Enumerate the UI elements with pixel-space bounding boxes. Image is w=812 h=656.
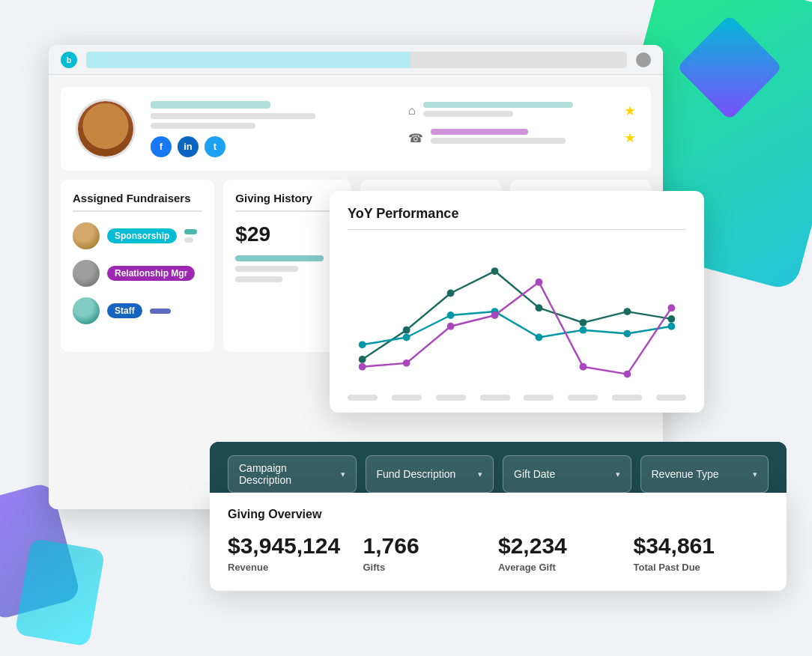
fund-description-label: Fund Description: [377, 468, 456, 480]
assigned-fundraisers-card: Assigned Fundraisers Sponsorship Relatio…: [61, 180, 214, 352]
stat-gifts-value: 1,766: [363, 533, 499, 559]
svg-point-2: [447, 290, 455, 297]
giving-bar-1: [235, 255, 324, 261]
campaign-description-arrow: ▾: [341, 470, 345, 479]
gift-date-dropdown[interactable]: Gift Date ▾: [503, 455, 631, 493]
gift-date-arrow: ▾: [616, 470, 620, 479]
fundraiser-avatar-2: [73, 260, 100, 287]
yoy-performance-panel: YoY Performance: [330, 191, 704, 413]
revenue-type-label: Revenue Type: [652, 468, 719, 480]
stat-total-past-due-value: $34,861: [634, 533, 769, 559]
contact-bar-4: [431, 138, 566, 144]
badge-staff: Staff: [107, 303, 142, 318]
facebook-icon[interactable]: f: [151, 136, 172, 157]
contact-row-phone: ☎ ★: [408, 129, 636, 147]
stat-total-past-due-label: Total Past Due: [634, 562, 769, 573]
star-icon-home: ★: [624, 103, 636, 119]
stat-total-past-due: $34,861 Total Past Due: [634, 533, 769, 573]
x-label-8: [656, 395, 686, 401]
stats-row: $3,945,124 Revenue 1,766 Gifts $2,234 Av…: [228, 533, 769, 573]
x-label-6: [568, 395, 598, 401]
svg-point-9: [403, 334, 410, 341]
x-label-1: [348, 395, 378, 401]
svg-point-19: [491, 312, 499, 319]
fundraiser-avatar-1: [73, 222, 100, 249]
url-bar-fill: [86, 52, 410, 68]
chart-area: [348, 240, 686, 390]
badge-relationship-mgr: Relationship Mgr: [107, 266, 195, 281]
x-label-5: [524, 395, 554, 401]
contact-bar-1: [423, 102, 573, 108]
stat-average-gift-value: $2,234: [498, 533, 634, 559]
profile-info: f in t: [151, 101, 378, 157]
fundraiser-avatar-3: [73, 297, 100, 324]
fundraiser-bars-3: [150, 309, 203, 314]
assigned-fundraisers-title: Assigned Fundraisers: [73, 192, 202, 212]
browser-action-button[interactable]: [636, 52, 651, 67]
twitter-icon[interactable]: t: [204, 136, 225, 157]
svg-point-23: [667, 304, 675, 312]
revenue-type-dropdown[interactable]: Revenue Type ▾: [640, 455, 769, 493]
svg-point-15: [667, 323, 675, 330]
gift-date-label: Gift Date: [514, 468, 555, 480]
contact-details-home: [423, 102, 616, 120]
fundraiser-item-3: Staff: [73, 297, 202, 324]
svg-point-17: [403, 359, 410, 367]
giving-overview-title: Giving Overview: [228, 508, 769, 521]
stat-average-gift-label: Average Gift: [498, 562, 634, 573]
fundraiser-bar-3a: [150, 309, 171, 314]
fundraiser-bar-1a: [184, 229, 197, 234]
svg-point-10: [447, 312, 455, 319]
fundraiser-item-1: Sponsorship: [73, 222, 202, 249]
fundraiser-bars-1: [184, 229, 202, 243]
chart-svg: [348, 240, 686, 390]
svg-point-16: [359, 363, 366, 371]
phone-icon: ☎: [408, 131, 423, 145]
contact-row-home: ⌂ ★: [408, 102, 636, 120]
x-label-7: [612, 395, 642, 401]
home-icon: ⌂: [408, 104, 416, 118]
campaign-description-label: Campaign Description: [239, 462, 335, 486]
giving-history-title: Giving History: [235, 192, 339, 212]
stat-revenue: $3,945,124 Revenue: [228, 533, 363, 573]
svg-point-7: [667, 315, 675, 323]
svg-point-5: [580, 319, 587, 327]
svg-point-8: [359, 341, 366, 348]
linkedin-icon[interactable]: in: [178, 136, 199, 157]
stat-revenue-label: Revenue: [228, 562, 363, 573]
giving-bars: [235, 255, 339, 282]
giving-bar-3: [235, 276, 282, 282]
giving-overview-panel: Giving Overview $3,945,124 Revenue 1,766…: [210, 493, 787, 591]
social-icons: f in t: [151, 136, 378, 157]
svg-point-21: [580, 363, 587, 371]
app-logo: b: [61, 52, 77, 68]
avatar: [76, 99, 136, 159]
badge-sponsorship: Sponsorship: [107, 228, 177, 243]
svg-point-1: [403, 327, 410, 334]
fundraiser-bar-1b: [184, 237, 193, 243]
stat-average-gift: $2,234 Average Gift: [498, 533, 634, 573]
x-label-2: [392, 395, 422, 401]
svg-point-4: [536, 304, 543, 312]
svg-point-22: [623, 371, 631, 378]
profile-name-bar: [151, 101, 270, 109]
svg-point-14: [623, 330, 631, 338]
fund-description-arrow: ▾: [478, 470, 482, 479]
contact-details-phone: [431, 129, 616, 147]
profile-detail-bar-1: [151, 113, 315, 119]
giving-bar-2: [235, 266, 297, 272]
profile-contact: ⌂ ★ ☎ ★: [393, 102, 636, 156]
fundraiser-item-2: Relationship Mgr: [73, 260, 202, 287]
contact-bar-3: [431, 129, 528, 135]
stat-gifts-label: Gifts: [363, 562, 499, 573]
bg-decoration-teal: [14, 538, 105, 646]
campaign-description-dropdown[interactable]: Campaign Description ▾: [228, 455, 357, 493]
svg-point-3: [491, 267, 499, 275]
url-bar[interactable]: [86, 52, 627, 68]
star-icon-phone: ★: [624, 130, 636, 146]
fund-description-dropdown[interactable]: Fund Description ▾: [366, 455, 494, 493]
x-label-4: [480, 395, 510, 401]
svg-point-18: [447, 323, 455, 330]
profile-card: f in t ⌂ ★: [61, 87, 651, 171]
svg-point-0: [359, 356, 366, 363]
